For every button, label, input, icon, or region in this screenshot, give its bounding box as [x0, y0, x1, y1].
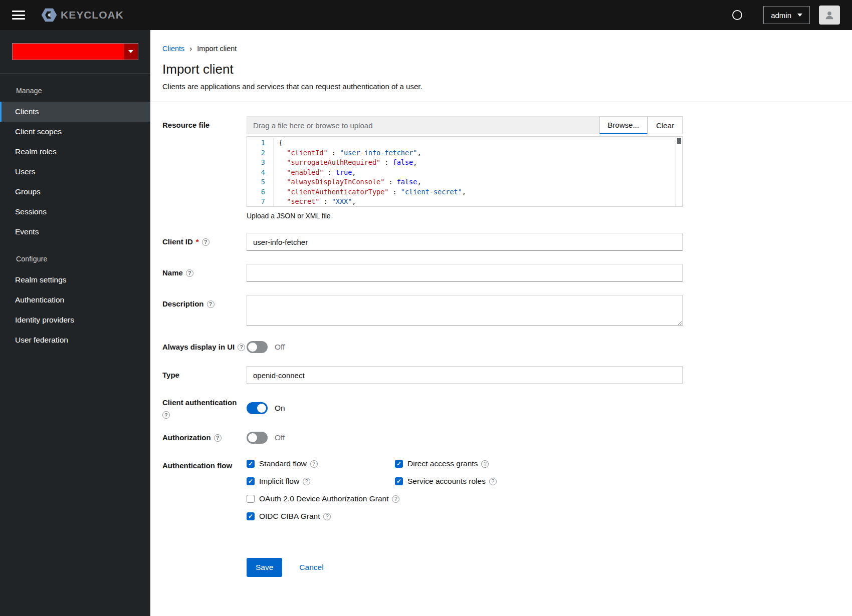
checkbox-label: OAuth 2.0 Device Authorization Grant: [259, 494, 388, 503]
authflow-oauth-2-0-device-authorization-grant[interactable]: OAuth 2.0 Device Authorization Grant: [247, 494, 399, 503]
save-button[interactable]: Save: [247, 558, 282, 577]
authflow-oidc-ciba-grant[interactable]: OIDC CIBA Grant: [247, 512, 331, 521]
code-line: 6 "clientAuthenticatorType" : "client-se…: [247, 187, 682, 197]
code-editor-lines: 1{2 "clientId" : "user-info-fetcher",3 "…: [247, 137, 682, 207]
sidebar-item-users[interactable]: Users: [0, 162, 150, 182]
avatar[interactable]: [819, 6, 840, 25]
description-textarea[interactable]: [247, 295, 683, 326]
client-authentication-label: Client authentication: [162, 397, 247, 419]
checkbox-unchecked-icon[interactable]: [247, 495, 255, 503]
authflow-implicit-flow[interactable]: Implicit flow: [247, 477, 395, 486]
code-line: 7 "secret" : "XXX",: [247, 197, 682, 207]
help-icon[interactable]: [214, 434, 222, 442]
file-upload-input[interactable]: Drag a file here or browse to upload: [247, 116, 599, 134]
auth-flow-checkbox-row: Implicit flowService accounts roles: [247, 477, 683, 486]
sidebar-item-authentication[interactable]: Authentication: [0, 290, 150, 310]
breadcrumb-clients-link[interactable]: Clients: [162, 45, 184, 53]
main-content: Clients › Import client Import client Cl…: [150, 30, 852, 616]
realm-selector-area: [0, 30, 150, 74]
editor-scrollbar-thumb[interactable]: [677, 138, 681, 144]
code-line: 1{: [247, 138, 682, 148]
code-line: 3 "surrogateAuthRequired" : false,: [247, 158, 682, 168]
description-row: Description: [162, 295, 840, 328]
authorization-label: Authorization: [162, 432, 247, 443]
app: KEYCLOAK admin Manage: [0, 0, 852, 616]
sidebar-item-sessions[interactable]: Sessions: [0, 202, 150, 222]
chevron-right-icon: ›: [189, 44, 192, 53]
json-code-editor[interactable]: 1{2 "clientId" : "user-info-fetcher",3 "…: [247, 136, 683, 207]
authentication-flow-row: Authentication flow Standard flowDirect …: [162, 457, 840, 521]
realm-selector-dropdown[interactable]: [12, 43, 138, 60]
authentication-flow-label: Authentication flow: [162, 457, 247, 521]
name-input[interactable]: [247, 264, 683, 282]
editor-scrollbar[interactable]: [675, 137, 682, 206]
help-icon[interactable]: [481, 460, 489, 468]
checkbox-checked-icon[interactable]: [395, 477, 403, 485]
help-icon[interactable]: [732, 10, 742, 20]
hamburger-menu-icon[interactable]: [12, 11, 25, 20]
auth-flow-checkbox-row: Standard flowDirect access grants: [247, 459, 683, 468]
auth-flow-options: Standard flowDirect access grantsImplici…: [247, 457, 683, 521]
sidebar-item-identity-providers[interactable]: Identity providers: [0, 310, 150, 330]
client-id-input[interactable]: [247, 233, 683, 251]
help-icon[interactable]: [207, 300, 215, 308]
upload-helper-text: Upload a JSON or XML file: [247, 212, 683, 220]
sidebar-item-client-scopes[interactable]: Client scopes: [0, 122, 150, 142]
authflow-standard-flow[interactable]: Standard flow: [247, 459, 395, 468]
topbar: KEYCLOAK admin: [0, 0, 852, 30]
checkbox-label: Standard flow: [259, 459, 307, 468]
checkbox-checked-icon[interactable]: [247, 477, 255, 485]
help-icon[interactable]: [162, 411, 170, 419]
authorization-toggle[interactable]: Off: [247, 432, 683, 444]
help-icon[interactable]: [202, 238, 209, 246]
help-icon[interactable]: [310, 460, 318, 468]
line-number: 2: [247, 148, 273, 158]
file-upload-placeholder: Drag a file here or browse to upload: [253, 121, 372, 130]
authorization-row: Authorization Off: [162, 432, 840, 444]
help-icon[interactable]: [392, 495, 399, 503]
authflow-service-accounts-roles[interactable]: Service accounts roles: [395, 477, 497, 486]
help-icon[interactable]: [238, 344, 245, 351]
client-authentication-row: Client authentication On: [162, 397, 840, 419]
sidebar-item-groups[interactable]: Groups: [0, 182, 150, 202]
checkbox-checked-icon[interactable]: [247, 512, 255, 520]
help-icon[interactable]: [186, 269, 193, 277]
cancel-link[interactable]: Cancel: [299, 563, 323, 572]
code-line: 5 "alwaysDisplayInConsole" : false,: [247, 177, 682, 187]
client-id-label: Client ID *: [162, 236, 247, 247]
client-authentication-toggle[interactable]: On: [247, 402, 683, 414]
line-number: 4: [247, 168, 273, 178]
browse-button[interactable]: Browse...: [599, 116, 648, 134]
sidebar-item-user-federation[interactable]: User federation: [0, 330, 150, 350]
help-icon[interactable]: [489, 478, 497, 485]
always-display-row: Always display in UI Off: [162, 341, 840, 353]
type-input[interactable]: [247, 366, 683, 384]
breadcrumb: Clients › Import client: [162, 44, 840, 53]
resource-file-row: Resource file Drag a file here or browse…: [162, 116, 840, 220]
auth-flow-checkbox-row: OAuth 2.0 Device Authorization Grant: [247, 494, 683, 503]
form-actions-row: Save Cancel: [162, 534, 840, 577]
sidebar-item-clients[interactable]: Clients: [0, 102, 150, 122]
clear-button[interactable]: Clear: [648, 116, 683, 134]
user-dropdown[interactable]: admin: [763, 6, 810, 24]
description-label: Description: [162, 295, 247, 328]
sidebar-item-realm-settings[interactable]: Realm settings: [0, 270, 150, 290]
auth-flow-checkbox-row: OIDC CIBA Grant: [247, 512, 683, 521]
page-header: Clients › Import client Import client Cl…: [150, 30, 852, 102]
file-upload-control: Drag a file here or browse to upload Bro…: [247, 116, 683, 134]
checkbox-label: Implicit flow: [259, 477, 299, 486]
checkbox-label: OIDC CIBA Grant: [259, 512, 320, 521]
client-id-row: Client ID *: [162, 233, 840, 251]
checkbox-checked-icon[interactable]: [395, 460, 403, 468]
checkbox-checked-icon[interactable]: [247, 460, 255, 468]
sidebar-item-events[interactable]: Events: [0, 222, 150, 242]
always-display-toggle[interactable]: Off: [247, 341, 683, 353]
brand-text: KEYCLOAK: [61, 9, 124, 21]
sidebar-item-realm-roles[interactable]: Realm roles: [0, 142, 150, 162]
name-row: Name: [162, 264, 840, 282]
resource-file-label: Resource file: [162, 116, 247, 220]
help-icon[interactable]: [323, 513, 331, 520]
checkbox-label: Direct access grants: [407, 459, 478, 468]
help-icon[interactable]: [303, 478, 310, 485]
authflow-direct-access-grants[interactable]: Direct access grants: [395, 459, 489, 468]
